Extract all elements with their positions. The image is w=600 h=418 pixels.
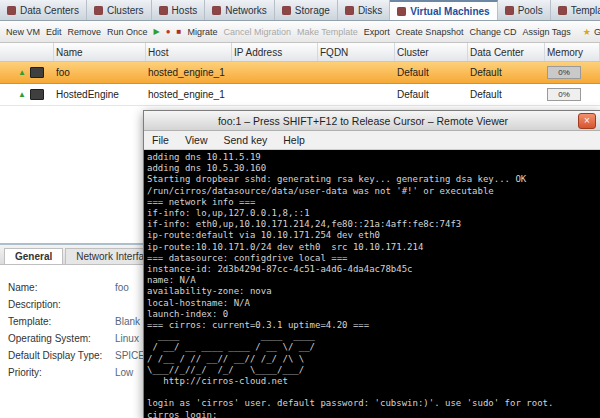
main-nav-tabs: Data Centers Clusters Hosts Networks Sto… [0,0,600,21]
new-vm-button[interactable]: New VM [6,27,40,37]
header-cell-blank [0,43,54,61]
cell-name: foo [54,67,146,78]
menu-send-key[interactable]: Send key [216,134,276,146]
tab-label: Virtual Machines [410,6,489,17]
viewer-menubar: File View Send key Help [144,131,600,150]
change-cd-button[interactable]: Change CD [469,27,516,37]
run-once-button[interactable]: Run Once [107,27,148,37]
tab-label: Clusters [107,5,144,16]
vm-console-display[interactable]: adding dns 10.11.5.19 adding dns 10.5.30… [144,150,600,418]
header-cell-data-center[interactable]: Data Center [468,43,545,61]
run-icon[interactable]: ▶ [154,28,160,36]
templates-icon [558,6,567,15]
vm-up-status-icon: ▲ [18,69,26,77]
header-cell-cluster[interactable]: Cluster [395,43,468,61]
tab-networks[interactable]: Networks [205,0,275,20]
window-titlebar[interactable]: foo:1 – Press SHIFT+F12 to Release Curso… [144,111,600,131]
tab-storage[interactable]: Storage [275,0,338,20]
pools-icon [505,6,514,15]
field-label: Template: [8,316,115,327]
remote-viewer-window: foo:1 – Press SHIFT+F12 to Release Curso… [143,110,600,418]
vm-table-header: Name Host IP Address FQDN Cluster Data C… [0,43,600,62]
cell-cluster: Default [395,67,468,78]
header-cell-ip[interactable]: IP Address [232,43,318,61]
vm-toolbar: New VM Edit Remove Run Once ▶ ● ■ Migrat… [0,21,600,43]
field-label: Name: [8,282,115,293]
tab-disks[interactable]: Disks [338,0,390,20]
cell-host: hosted_engine_1 [146,89,232,100]
cell-memory: 0% [545,88,600,101]
header-cell-host[interactable]: Host [146,43,232,61]
cell-host: hosted_engine_1 [146,67,232,78]
cell-memory: 0% [545,66,600,79]
stop-icon[interactable]: ■ [177,28,182,36]
tab-data-centers[interactable]: Data Centers [0,0,87,20]
create-snapshot-button[interactable]: Create Snapshot [396,27,464,37]
vm-monitor-icon [30,89,44,100]
tab-label: Networks [225,5,267,16]
tab-label: Disks [358,5,382,16]
assign-tags-button[interactable]: Assign Tags [522,27,570,37]
window-title: foo:1 – Press SHIFT+F12 to Release Curso… [148,115,578,127]
tab-clusters[interactable]: Clusters [87,0,152,20]
tab-pools[interactable]: Pools [498,0,551,20]
menu-view[interactable]: View [177,134,216,146]
storage-icon [282,6,291,15]
virtual-machines-icon [397,7,406,16]
tab-label: Templates [571,5,600,16]
menu-help[interactable]: Help [275,134,313,146]
tab-hosts[interactable]: Hosts [152,0,206,20]
field-value: foo [115,282,129,293]
header-cell-fqdn[interactable]: FQDN [318,43,395,61]
field-label: Priority: [8,367,115,378]
remove-button[interactable]: Remove [68,27,102,37]
guide-label: Guide [594,27,600,37]
detail-tab-general[interactable]: General [4,248,63,264]
field-label: Description: [8,299,115,310]
vm-row-foo[interactable]: ▲ foo hosted_engine_1 Default Default 0% [0,62,600,84]
guide-button[interactable]: ★Guide [583,27,600,37]
disks-icon [345,6,354,15]
cell-cluster: Default [395,89,468,100]
export-button[interactable]: Export [364,27,390,37]
menu-file[interactable]: File [144,134,177,146]
memory-usage-bar: 0% [547,66,581,79]
cell-data-center: Default [468,89,545,100]
tab-templates[interactable]: Templates [551,0,600,20]
close-icon[interactable]: × [578,113,596,129]
field-label: Default Display Type: [8,350,115,361]
memory-usage-bar: 0% [547,88,581,101]
hosts-icon [159,6,168,15]
cancel-migration-button[interactable]: Cancel Migration [223,27,291,37]
field-value: Linux [115,333,139,344]
tab-label: Data Centers [20,5,79,16]
tab-virtual-machines[interactable]: Virtual Machines [390,0,497,20]
data-centers-icon [7,6,16,15]
field-label: Operating System: [8,333,115,344]
status-cell: ▲ [0,67,54,78]
header-cell-memory[interactable]: Memory [545,43,600,61]
migrate-button[interactable]: Migrate [187,27,217,37]
field-value: Low [115,367,133,378]
tab-label: Hosts [172,5,198,16]
vm-up-status-icon: ▲ [18,91,26,99]
vm-row-hostedengine[interactable]: ▲ HostedEngine hosted_engine_1 Default D… [0,84,600,106]
shutdown-icon[interactable]: ● [166,28,171,36]
cell-data-center: Default [468,67,545,78]
networks-icon [212,6,221,15]
vm-monitor-icon [30,67,44,78]
clusters-icon [94,6,103,15]
cell-name: HostedEngine [54,89,146,100]
guide-icon: ★ [583,27,591,37]
field-value: Blank [115,316,140,327]
make-template-button[interactable]: Make Template [297,27,358,37]
edit-button[interactable]: Edit [46,27,62,37]
status-cell: ▲ [0,89,54,100]
field-value: SPICE [115,350,145,361]
header-cell-name[interactable]: Name [54,43,146,61]
tab-label: Pools [518,5,543,16]
tab-label: Storage [295,5,330,16]
